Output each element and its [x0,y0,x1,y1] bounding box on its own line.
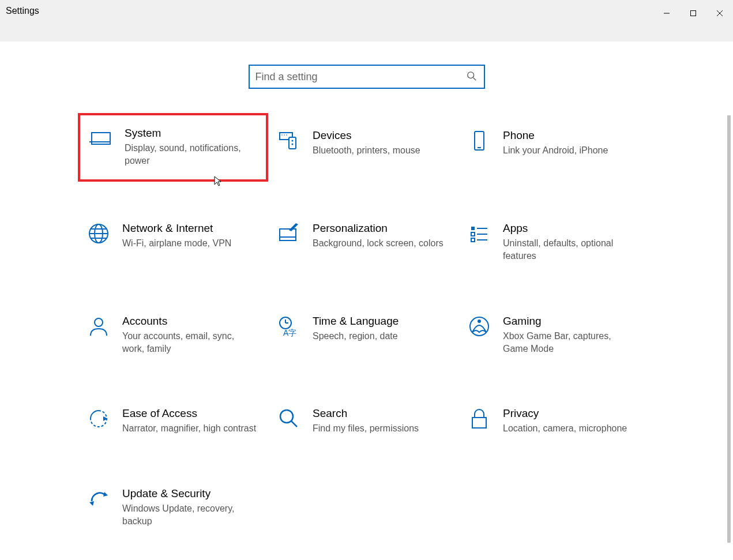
svg-point-31 [95,318,103,326]
category-text: Update & Security Windows Update, recove… [122,487,262,528]
svg-marker-38 [103,416,108,421]
network-icon [87,222,111,246]
svg-rect-10 [289,137,296,149]
search-cat-icon [277,407,301,431]
personalization-icon [277,222,301,246]
category-network[interactable]: Network & Internet Wi-Fi, airplane mode,… [78,211,268,275]
category-desc: Xbox Game Bar, captures, Game Mode [503,330,637,356]
category-personalization[interactable]: Personalization Background, lock screen,… [268,211,458,275]
category-title: Privacy [503,407,637,420]
svg-rect-25 [471,227,475,230]
category-desc: Find my files, permissions [313,422,447,435]
category-desc: Link your Android, iPhone [503,144,637,157]
svg-text:A字: A字 [283,328,296,337]
devices-icon [277,129,301,153]
titlebar: Settings [0,0,733,42]
category-ease[interactable]: Ease of Access Narrator, magnifier, high… [78,396,268,446]
category-title: Update & Security [122,487,257,500]
scrollbar[interactable] [725,115,733,543]
category-title: Apps [503,222,637,235]
category-devices[interactable]: Devices Bluetooth, printers, mouse [268,118,458,182]
category-title: Network & Internet [122,222,257,235]
svg-point-11 [292,140,294,142]
phone-icon [467,129,491,153]
category-update[interactable]: Update & Security Windows Update, recove… [78,476,268,540]
category-desc: Your accounts, email, sync, work, family [122,330,257,356]
category-text: Phone Link your Android, iPhone [503,129,643,170]
svg-marker-43 [89,501,94,506]
category-title: Phone [503,129,637,142]
update-icon [87,487,111,512]
category-text: Gaming Xbox Game Bar, captures, Game Mod… [503,315,643,356]
category-text: Accounts Your accounts, email, sync, wor… [122,315,262,356]
privacy-icon [467,407,491,431]
apps-icon [467,222,491,246]
svg-rect-29 [471,238,475,242]
category-title: Accounts [122,315,257,328]
svg-rect-23 [280,229,296,240]
category-search[interactable]: Search Find my files, permissions [268,396,458,446]
svg-point-12 [292,144,294,145]
category-text: Privacy Location, camera, microphone [503,407,643,435]
search-input[interactable] [255,71,467,83]
svg-rect-1 [691,11,696,16]
category-desc: Uninstall, defaults, optional features [503,237,637,263]
category-title: Devices [313,129,447,142]
category-gaming[interactable]: Gaming Xbox Game Bar, captures, Game Mod… [458,303,649,367]
gaming-icon [467,315,491,339]
category-desc: Wi-Fi, airplane mode, VPN [122,237,257,250]
category-desc: Background, lock screen, colors [313,237,447,250]
svg-line-5 [473,78,476,81]
category-title: Time & Language [313,315,447,328]
ease-icon [87,407,111,431]
window-title: Settings [6,5,39,16]
category-desc: Display, sound, notifications, power [125,142,254,168]
search-area [0,42,733,118]
category-accounts[interactable]: Accounts Your accounts, email, sync, wor… [78,303,268,367]
category-text: Apps Uninstall, defaults, optional featu… [503,222,643,263]
category-desc: Windows Update, recovery, backup [122,502,257,528]
svg-point-37 [478,320,481,323]
accounts-icon [87,315,111,339]
maximize-button[interactable] [680,5,706,22]
category-desc: Speech, region, date [313,330,447,343]
svg-rect-27 [471,232,475,236]
category-desc: Location, camera, microphone [503,422,637,435]
svg-rect-41 [472,418,486,428]
category-text: Network & Internet Wi-Fi, airplane mode,… [122,222,262,263]
window-controls [653,5,733,22]
category-title: Search [313,407,447,420]
scrollbar-thumb[interactable] [727,115,731,543]
category-phone[interactable]: Phone Link your Android, iPhone [458,118,649,182]
search-icon [467,71,478,82]
settings-grid: System Display, sound, notifications, po… [0,118,733,540]
category-desc: Narrator, magnifier, high contrast [122,422,257,435]
category-title: Personalization [313,222,447,235]
category-desc: Bluetooth, printers, mouse [313,144,447,157]
category-title: Ease of Access [122,407,257,420]
minimize-button[interactable] [653,5,680,22]
category-apps[interactable]: Apps Uninstall, defaults, optional featu… [458,211,649,275]
time-icon: A字 [277,315,301,339]
search-box[interactable] [249,65,485,89]
category-time[interactable]: A字 Time & Language Speech, region, date [268,303,458,367]
category-text: Personalization Background, lock screen,… [313,222,453,263]
category-privacy[interactable]: Privacy Location, camera, microphone [458,396,649,446]
svg-line-40 [291,421,297,427]
category-text: System Display, sound, notifications, po… [125,127,260,168]
category-text: Time & Language Speech, region, date [313,315,453,356]
category-system[interactable]: System Display, sound, notifications, po… [78,113,268,182]
svg-point-4 [467,72,473,78]
close-button[interactable] [706,5,733,22]
system-icon [89,127,113,151]
category-text: Devices Bluetooth, printers, mouse [313,129,453,170]
category-text: Search Find my files, permissions [313,407,453,435]
category-title: Gaming [503,315,637,328]
category-text: Ease of Access Narrator, magnifier, high… [122,407,262,435]
svg-point-39 [280,410,293,423]
category-title: System [125,127,254,140]
